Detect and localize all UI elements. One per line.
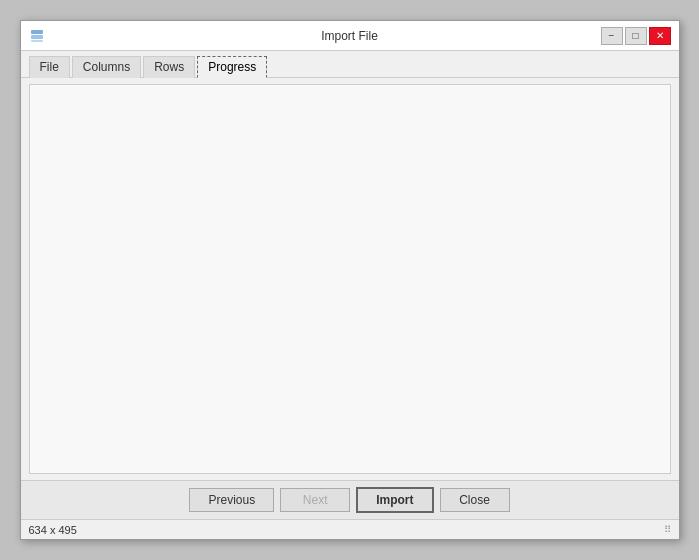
window-title: Import File bbox=[321, 29, 378, 43]
title-bar: Import File − □ ✕ bbox=[21, 21, 679, 51]
tab-rows[interactable]: Rows bbox=[143, 56, 195, 78]
dialog-close-button[interactable]: Close bbox=[440, 488, 510, 512]
import-button[interactable]: Import bbox=[356, 487, 433, 513]
svg-rect-2 bbox=[31, 40, 43, 42]
dimensions-text: 634 x 495 bbox=[29, 524, 77, 536]
svg-rect-1 bbox=[31, 35, 43, 39]
tab-progress[interactable]: Progress bbox=[197, 56, 267, 78]
progress-panel[interactable] bbox=[29, 84, 671, 474]
previous-button[interactable]: Previous bbox=[189, 488, 274, 512]
tab-columns[interactable]: Columns bbox=[72, 56, 141, 78]
bottom-bar: Previous Next Import Close bbox=[21, 480, 679, 519]
resize-grip-icon: ⠿ bbox=[664, 524, 671, 535]
content-area bbox=[21, 78, 679, 480]
svg-rect-0 bbox=[31, 30, 43, 34]
app-icon bbox=[29, 28, 45, 44]
tab-file[interactable]: File bbox=[29, 56, 70, 78]
next-button[interactable]: Next bbox=[280, 488, 350, 512]
main-window: Import File − □ ✕ File Columns Rows Prog… bbox=[20, 20, 680, 540]
minimize-button[interactable]: − bbox=[601, 27, 623, 45]
status-bar: 634 x 495 ⠿ bbox=[21, 519, 679, 539]
tab-bar: File Columns Rows Progress bbox=[21, 51, 679, 78]
title-bar-left bbox=[29, 28, 45, 44]
maximize-button[interactable]: □ bbox=[625, 27, 647, 45]
window-controls: − □ ✕ bbox=[601, 27, 671, 45]
close-window-button[interactable]: ✕ bbox=[649, 27, 671, 45]
